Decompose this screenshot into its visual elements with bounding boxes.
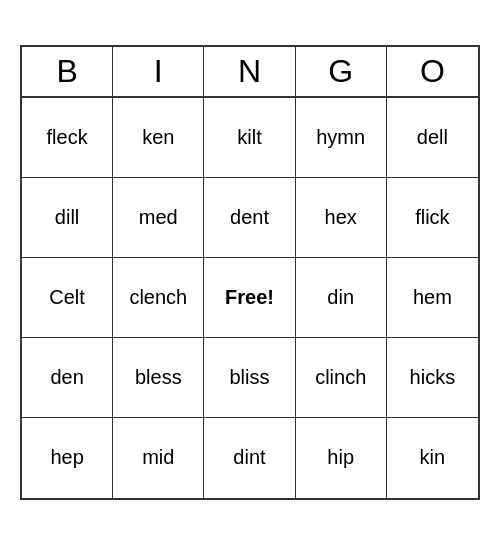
- cell-3-3: clinch: [296, 338, 387, 418]
- cell-1-0: dill: [22, 178, 113, 258]
- cell-3-2: bliss: [204, 338, 295, 418]
- cell-4-1: mid: [113, 418, 204, 498]
- bingo-header: B I N G O: [22, 47, 478, 98]
- cell-2-0: Celt: [22, 258, 113, 338]
- cell-4-3: hip: [296, 418, 387, 498]
- cell-3-1: bless: [113, 338, 204, 418]
- cell-1-3: hex: [296, 178, 387, 258]
- cell-3-0: den: [22, 338, 113, 418]
- cell-0-4: dell: [387, 98, 478, 178]
- cell-3-4: hicks: [387, 338, 478, 418]
- header-b: B: [22, 47, 113, 96]
- cell-2-3: din: [296, 258, 387, 338]
- header-o: O: [387, 47, 478, 96]
- cell-1-4: flick: [387, 178, 478, 258]
- cell-4-2: dint: [204, 418, 295, 498]
- header-n: N: [204, 47, 295, 96]
- cell-0-1: ken: [113, 98, 204, 178]
- cell-1-1: med: [113, 178, 204, 258]
- cell-1-2: dent: [204, 178, 295, 258]
- cell-4-4: kin: [387, 418, 478, 498]
- cell-0-0: fleck: [22, 98, 113, 178]
- cell-0-2: kilt: [204, 98, 295, 178]
- cell-4-0: hep: [22, 418, 113, 498]
- header-i: I: [113, 47, 204, 96]
- cell-2-1: clench: [113, 258, 204, 338]
- cell-2-4: hem: [387, 258, 478, 338]
- cell-2-2-free: Free!: [204, 258, 295, 338]
- bingo-card: B I N G O fleck ken kilt hymn dell dill …: [20, 45, 480, 500]
- cell-0-3: hymn: [296, 98, 387, 178]
- header-g: G: [296, 47, 387, 96]
- bingo-grid: fleck ken kilt hymn dell dill med dent h…: [22, 98, 478, 498]
